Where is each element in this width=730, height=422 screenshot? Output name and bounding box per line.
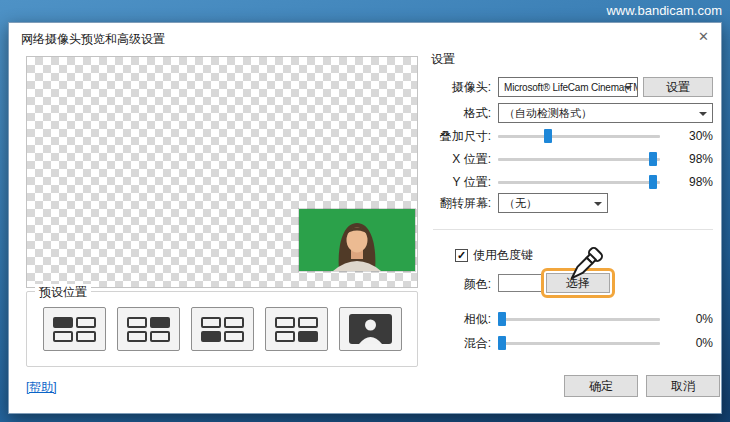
slider-thumb[interactable] — [498, 312, 506, 326]
ok-button[interactable]: 确定 — [564, 375, 638, 397]
slider-track[interactable] — [498, 158, 660, 161]
preset-top-left-button[interactable] — [43, 307, 106, 351]
overlay-size-slider[interactable] — [498, 128, 660, 144]
layout-cell — [224, 331, 244, 342]
flip-screen-label: 翻转屏幕: — [389, 193, 491, 213]
slider-thumb[interactable] — [649, 175, 657, 189]
preset-bottom-right-button[interactable] — [265, 307, 328, 351]
eyedropper-icon — [553, 243, 609, 295]
slider-thumb[interactable] — [649, 152, 657, 166]
slider-track[interactable] — [498, 318, 660, 321]
checkmark-icon: ✓ — [457, 250, 466, 261]
color-label: 颜色: — [389, 274, 491, 294]
chevron-down-icon — [624, 86, 632, 90]
desktop-background: www.bandicam.com 网络摄像头预览和高级设置 ✕ 预设位置 — [0, 0, 730, 422]
chevron-down-icon — [594, 202, 602, 206]
preset-top-right-button[interactable] — [117, 307, 180, 351]
layout-cell — [201, 331, 221, 342]
flip-screen-select[interactable]: （无） — [498, 193, 608, 213]
blend-label: 混合: — [389, 333, 491, 353]
similarity-slider[interactable] — [498, 311, 660, 327]
use-chroma-key-label: 使用色度键 — [473, 247, 533, 264]
preset-bottom-left-button[interactable] — [191, 307, 254, 351]
settings-section-title: 设置 — [431, 51, 455, 68]
x-position-value: 98% — [665, 151, 713, 167]
blend-slider[interactable] — [498, 335, 660, 351]
preset-button-row — [27, 307, 417, 351]
layout-cell — [275, 317, 295, 328]
camera-selected-value: Microsoft® LifeCam Cinema(TM) — [504, 82, 638, 93]
layout-cell — [53, 317, 73, 328]
blend-value: 0% — [665, 335, 713, 351]
format-selected-value: （自动检测格式） — [504, 106, 592, 121]
webcam-preview-area — [26, 56, 418, 288]
overlay-size-value: 30% — [665, 128, 713, 144]
similarity-label: 相似: — [389, 309, 491, 329]
preset-position-group: 预设位置 — [26, 291, 418, 367]
checkbox-box[interactable]: ✓ — [455, 249, 468, 262]
layout-cell — [127, 317, 147, 328]
webcam-video-thumbnail[interactable] — [299, 209, 415, 271]
person-portrait-icon — [349, 314, 392, 344]
layout-cell — [76, 317, 96, 328]
dialog-title: 网络摄像头预览和高级设置 — [21, 31, 165, 48]
layout-top-left-icon — [53, 317, 96, 342]
layout-cell — [150, 317, 170, 328]
layout-cell — [201, 317, 221, 328]
chevron-down-icon — [699, 112, 707, 116]
overlay-size-label: 叠加尺寸: — [389, 126, 491, 146]
layout-cell — [76, 331, 96, 342]
preset-group-label: 预设位置 — [35, 284, 91, 301]
format-label: 格式: — [389, 103, 491, 123]
layout-cell — [127, 331, 147, 342]
flip-selected-value: （无） — [504, 196, 537, 211]
close-icon[interactable]: ✕ — [698, 29, 709, 44]
y-position-label: Y 位置: — [389, 172, 491, 192]
layout-cell — [224, 317, 244, 328]
camera-select[interactable]: Microsoft® LifeCam Cinema(TM) — [498, 77, 638, 97]
slider-thumb[interactable] — [498, 336, 506, 350]
camera-label: 摄像头: — [389, 77, 491, 97]
x-position-label: X 位置: — [389, 149, 491, 169]
format-select[interactable]: （自动检测格式） — [498, 103, 713, 123]
layout-bottom-left-icon — [201, 317, 244, 342]
webcam-settings-dialog: 网络摄像头预览和高级设置 ✕ 预设位置 — [8, 22, 722, 414]
slider-track[interactable] — [498, 342, 660, 345]
slider-track[interactable] — [498, 135, 660, 138]
y-position-slider[interactable] — [498, 174, 660, 190]
layout-top-right-icon — [127, 317, 170, 342]
similarity-value: 0% — [665, 311, 713, 327]
chroma-color-swatch[interactable] — [498, 274, 542, 292]
use-chroma-key-checkbox[interactable]: ✓ 使用色度键 — [455, 247, 533, 264]
webcam-greenscreen-image — [299, 209, 415, 271]
cancel-button[interactable]: 取消 — [646, 375, 720, 397]
layout-cell — [298, 331, 318, 342]
layout-cell — [275, 331, 295, 342]
layout-cell — [298, 317, 318, 328]
help-link[interactable]: [帮助] — [26, 379, 57, 396]
section-divider — [433, 229, 713, 230]
slider-track[interactable] — [498, 181, 660, 184]
slider-thumb[interactable] — [544, 129, 552, 143]
y-position-value: 98% — [665, 174, 713, 190]
camera-settings-button[interactable]: 设置 — [643, 77, 713, 97]
layout-bottom-right-icon — [275, 317, 318, 342]
watermark-text: www.bandicam.com — [606, 3, 722, 18]
layout-cell — [150, 331, 170, 342]
x-position-slider[interactable] — [498, 151, 660, 167]
layout-cell — [53, 331, 73, 342]
